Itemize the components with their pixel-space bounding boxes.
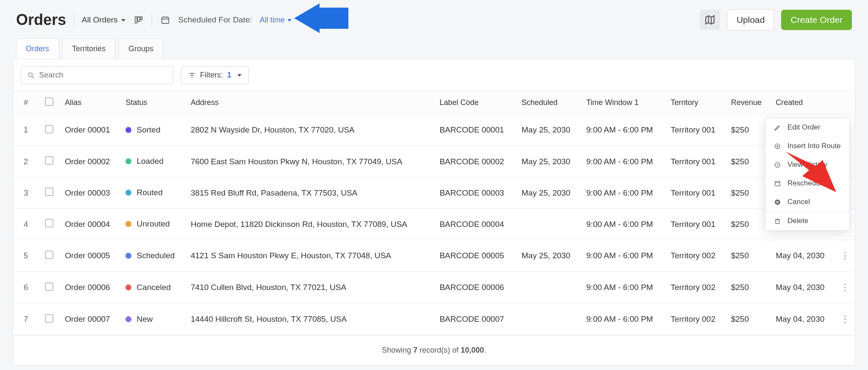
cell-address: Home Depot, 11820 Dickinson Rd, Houston,… — [186, 209, 434, 240]
col-revenue[interactable]: Revenue — [726, 91, 771, 114]
col-num[interactable]: # — [13, 91, 39, 114]
orders-list-label: All Orders — [82, 15, 117, 25]
col-alias[interactable]: Alias — [60, 91, 120, 114]
col-select-all[interactable] — [39, 91, 60, 114]
col-territory[interactable]: Territory — [665, 91, 726, 114]
create-order-button[interactable]: Create Order — [781, 10, 852, 30]
cell-time-window: 9:00 AM - 6:00 PM — [581, 177, 665, 209]
svg-line-11 — [32, 76, 34, 78]
checkbox[interactable] — [45, 97, 53, 106]
svg-rect-1 — [138, 17, 140, 22]
more-icon[interactable]: ⋮ — [840, 282, 850, 293]
footer-suffix: . — [484, 346, 486, 354]
more-icon[interactable]: ⋮ — [840, 314, 850, 324]
orders-list-dropdown[interactable]: All Orders — [82, 15, 125, 25]
panel-toolbar: Filters: 1 — [13, 59, 855, 91]
row-checkbox[interactable] — [45, 219, 53, 227]
cell-scheduled: May 25, 2030 — [517, 240, 581, 272]
row-checkbox[interactable] — [45, 282, 53, 291]
cell-alias: Order 00007 — [60, 304, 120, 335]
cell-label: BARCODE 00007 — [434, 304, 516, 335]
search-input[interactable] — [39, 71, 167, 80]
status-text: Sorted — [136, 125, 160, 135]
trash-icon — [773, 217, 782, 225]
history-icon — [773, 160, 782, 169]
cell-num: 5 — [13, 240, 39, 272]
cell-revenue: $250 — [726, 304, 771, 335]
filters-button[interactable]: Filters: 1 — [181, 66, 249, 84]
status-text: Unrouted — [136, 219, 170, 229]
table-row: 5Order 00005Scheduled4121 S Sam Houston … — [13, 240, 855, 272]
row-checkbox[interactable] — [45, 251, 53, 259]
ctx-view-history[interactable]: View History — [765, 155, 849, 174]
cell-territory: Territory 002 — [665, 272, 726, 304]
cell-address: 4121 S Sam Houston Pkwy E, Houston, TX 7… — [186, 240, 434, 272]
svg-rect-0 — [135, 17, 137, 23]
status-text: Scheduled — [136, 251, 175, 260]
search-icon — [27, 71, 35, 80]
col-time-window[interactable]: Time Window 1 — [581, 91, 665, 114]
ctx-delete[interactable]: Delete — [765, 212, 849, 230]
columns-icon[interactable] — [133, 14, 144, 25]
table-row: 4Order 00004UnroutedHome Depot, 11820 Di… — [13, 209, 855, 240]
cell-revenue: $250 — [726, 114, 771, 146]
cell-num: 1 — [13, 114, 39, 146]
header-actions: Upload Create Order — [700, 9, 852, 30]
scheduled-dropdown[interactable]: All time — [260, 16, 292, 25]
cell-territory: Territory 001 — [665, 146, 726, 177]
cell-status: Unrouted — [120, 209, 185, 240]
cell-status: Loaded — [120, 146, 185, 177]
scheduled-label: Scheduled For Date: — [178, 15, 252, 25]
tab-groups[interactable]: Groups — [119, 38, 163, 59]
cell-status: Canceled — [120, 272, 185, 304]
footer-total: 10,000 — [461, 346, 484, 354]
cell-actions: ⋮ — [835, 272, 855, 304]
table-row: 3Order 00003Routed3815 Red Bluff Rd, Pas… — [13, 177, 855, 209]
ctx-insert-route[interactable]: Insert Into Route — [765, 137, 849, 155]
col-created[interactable]: Created — [771, 91, 835, 114]
cell-scheduled — [517, 209, 581, 240]
upload-button[interactable]: Upload — [727, 9, 775, 30]
ctx-reschedule[interactable]: Reschedule — [765, 174, 849, 193]
col-address[interactable]: Address — [186, 91, 434, 114]
footer-count: 7 — [413, 346, 417, 354]
cell-num: 7 — [13, 304, 39, 335]
status-dot — [125, 253, 131, 259]
col-scheduled[interactable]: Scheduled — [517, 91, 581, 114]
ctx-cancel[interactable]: Cancel — [765, 193, 849, 211]
divider — [152, 14, 152, 26]
row-checkbox[interactable] — [45, 314, 53, 323]
cell-num: 4 — [13, 209, 39, 240]
map-button[interactable] — [700, 10, 720, 30]
status-dot — [125, 190, 131, 196]
divider — [74, 14, 74, 26]
cell-territory: Territory 001 — [665, 114, 726, 146]
tab-orders[interactable]: Orders — [16, 38, 59, 59]
tab-bar: Orders Territories Groups — [13, 38, 855, 59]
cell-label: BARCODE 00001 — [434, 114, 516, 146]
tab-territories[interactable]: Territories — [62, 38, 115, 59]
row-checkbox[interactable] — [45, 125, 53, 133]
pencil-icon — [773, 123, 782, 132]
cell-address: 3815 Red Bluff Rd, Pasadena, TX 77503, U… — [186, 177, 434, 209]
page-header: Orders All Orders Scheduled For Date: Al… — [13, 5, 855, 38]
cell-num: 6 — [13, 272, 39, 304]
more-icon[interactable]: ⋮ — [840, 250, 850, 261]
col-status[interactable]: Status — [120, 91, 185, 114]
row-checkbox[interactable] — [45, 188, 53, 196]
calendar-icon — [773, 179, 782, 188]
ctx-label: Cancel — [787, 198, 810, 206]
cell-revenue: $250 — [726, 209, 771, 240]
cell-revenue: $250 — [726, 146, 771, 177]
col-label[interactable]: Label Code — [434, 91, 516, 114]
cell-status: Sorted — [120, 114, 185, 146]
ctx-edit-order[interactable]: Edit Order — [765, 118, 849, 137]
status-text: Routed — [136, 188, 162, 197]
row-checkbox[interactable] — [45, 156, 53, 165]
search-box[interactable] — [21, 66, 173, 84]
cell-time-window: 9:00 AM - 6:00 PM — [581, 114, 665, 146]
cell-scheduled — [517, 304, 581, 335]
cell-alias: Order 00003 — [60, 177, 120, 209]
svg-rect-2 — [140, 17, 142, 20]
cell-created: May 04, 2030 — [771, 304, 835, 335]
